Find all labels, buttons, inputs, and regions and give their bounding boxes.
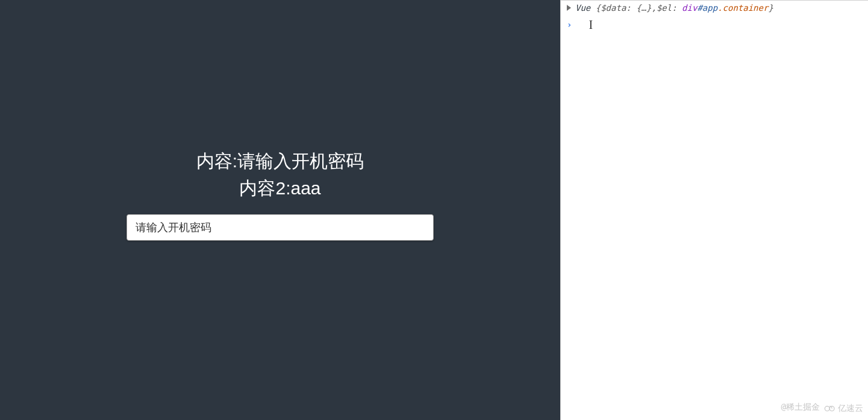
el-tag: div (682, 3, 697, 13)
text-cursor-icon: I (589, 19, 593, 31)
watermark-juejin: @稀土掘金 (781, 402, 820, 413)
watermark-text: 亿速云 (838, 403, 863, 414)
line1-value: 请输入开机密码 (237, 151, 364, 171)
brace-open: { (596, 3, 601, 13)
input-wrapper (126, 214, 434, 241)
prompt-chevron-icon: › (567, 20, 572, 29)
password-input[interactable] (126, 214, 434, 241)
console-log-row[interactable]: Vue { $data: {…} , $el: div#app.containe… (561, 1, 868, 15)
svg-point-0 (825, 406, 829, 411)
prop-data-val: {…} (636, 3, 651, 13)
el-class: .container (717, 3, 768, 13)
separator: , (651, 3, 656, 13)
brace-close: } (768, 3, 773, 13)
content-line-2: 内容2:aaa (239, 176, 320, 201)
object-class-name: Vue (575, 3, 590, 13)
app-preview-pane: 内容:请输入开机密码 内容2:aaa (0, 0, 560, 420)
cloud-icon (823, 404, 837, 413)
content-line-1: 内容:请输入开机密码 (196, 149, 364, 174)
el-id: #app (697, 3, 717, 13)
line2-label: 内容2: (239, 178, 290, 198)
line1-label: 内容: (196, 151, 237, 171)
console-prompt-row[interactable]: › I (561, 15, 868, 34)
devtools-console-pane[interactable]: Vue { $data: {…} , $el: div#app.containe… (560, 0, 868, 420)
line2-value: aaa (290, 178, 320, 198)
watermark-yisuyun: 亿速云 (823, 403, 863, 414)
prop-data-key: $data: (601, 3, 631, 13)
prop-el-key: $el: (657, 3, 677, 13)
expand-arrow-icon[interactable] (567, 5, 571, 11)
content-wrapper: 内容:请输入开机密码 内容2:aaa (126, 149, 434, 241)
